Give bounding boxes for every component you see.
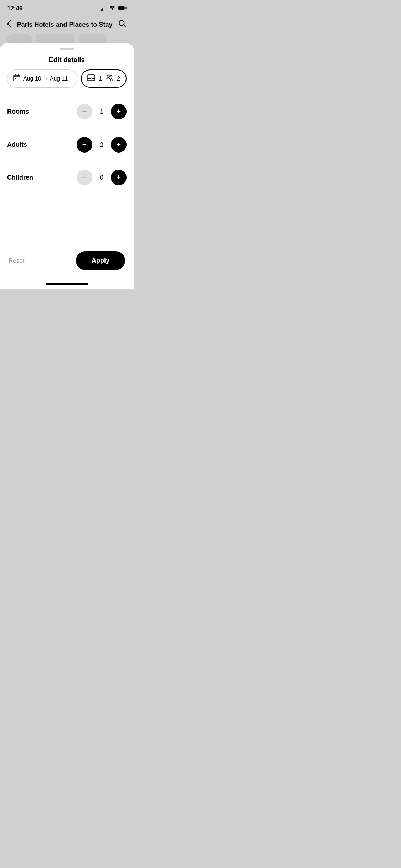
bottom-sheet: Edit details Aug 10 → Aug 11 — [0, 43, 134, 289]
rooms-decrement-button[interactable]: − — [77, 104, 92, 119]
action-bar: Reset Apply — [0, 246, 134, 281]
adults-counter-row: Adults − 2 + — [0, 128, 134, 161]
svg-rect-7 — [92, 78, 94, 79]
battery-icon — [118, 5, 127, 12]
signal-icon — [101, 6, 107, 11]
reset-button[interactable]: Reset — [9, 257, 24, 264]
rooms-value: 1 — [98, 108, 105, 115]
filter-chips-area — [0, 34, 134, 44]
filter-row: Aug 10 → Aug 11 1 — [0, 69, 134, 95]
svg-point-9 — [110, 76, 112, 77]
children-controls: − 0 + — [77, 170, 127, 185]
adults-decrement-button[interactable]: − — [77, 137, 92, 153]
guests-count: 2 — [117, 76, 120, 82]
rooms-section: Rooms − 1 + — [0, 95, 134, 128]
page-title: Paris Hotels and Places to Stay — [17, 21, 112, 29]
nav-bar: Paris Hotels and Places to Stay — [0, 16, 134, 34]
date-chip[interactable]: Aug 10 → Aug 11 — [7, 69, 77, 88]
sheet-title: Edit details — [0, 50, 134, 69]
apply-button[interactable]: Apply — [76, 251, 125, 270]
status-time: 12:46 — [7, 5, 22, 12]
rooms-controls: − 1 + — [77, 104, 127, 119]
home-bar — [46, 283, 88, 285]
adults-controls: − 2 + — [77, 137, 127, 153]
search-button[interactable] — [118, 19, 127, 30]
rooms-increment-button[interactable]: + — [111, 104, 127, 119]
guests-chip[interactable]: 1 2 — [81, 69, 127, 88]
adults-increment-button[interactable]: + — [111, 137, 127, 153]
date-chip-text: Aug 10 → Aug 11 — [23, 76, 68, 82]
svg-rect-1 — [118, 6, 125, 10]
svg-rect-6 — [88, 78, 91, 79]
children-counter-row: Children − 0 + — [0, 161, 134, 194]
chip-placeholder-1 — [7, 34, 32, 44]
rooms-count: 1 — [99, 76, 102, 82]
back-button[interactable] — [7, 20, 11, 29]
wifi-icon — [109, 5, 115, 12]
status-icons — [101, 5, 127, 12]
chip-placeholder-2 — [36, 34, 75, 44]
rooms-counter-row: Rooms − 1 + — [0, 95, 134, 128]
people-icon — [106, 74, 113, 83]
svg-point-8 — [107, 75, 110, 78]
adults-value: 2 — [98, 141, 105, 149]
children-increment-button[interactable]: + — [111, 170, 127, 185]
svg-rect-3 — [14, 75, 20, 81]
bed-icon — [87, 74, 95, 83]
adults-label: Adults — [7, 141, 27, 149]
children-label: Children — [7, 174, 33, 181]
children-decrement-button[interactable]: − — [77, 170, 92, 185]
status-bar: 12:46 — [0, 0, 134, 16]
children-value: 0 — [98, 174, 105, 181]
spacer — [0, 194, 134, 246]
guests-section: Adults − 2 + Children − 0 + — [0, 128, 134, 194]
rooms-label: Rooms — [7, 108, 29, 115]
home-indicator — [0, 281, 134, 289]
svg-rect-4 — [15, 78, 16, 79]
chip-placeholder-3 — [78, 34, 107, 44]
calendar-icon — [13, 74, 20, 83]
